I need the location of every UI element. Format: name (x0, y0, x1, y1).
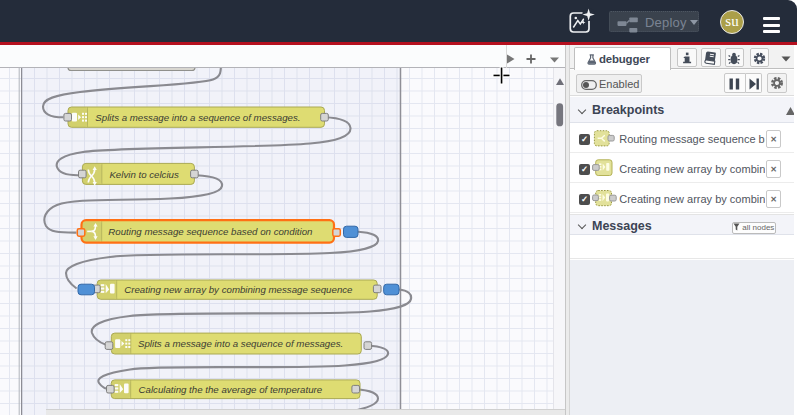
svg-text:Kelvin to celcius: Kelvin to celcius (109, 169, 179, 180)
svg-text:Calculating the the average of: Calculating the the average of temperatu… (139, 384, 323, 395)
svg-text:Routing message sequence based: Routing message sequence based on condit… (108, 226, 312, 237)
svg-text:Splits a message into a sequen: Splits a message into a sequence of mess… (138, 338, 343, 349)
svg-text:Splits a message into a sequen: Splits a message into a sequence of mess… (95, 112, 300, 123)
svg-text:Creating new array by combinin: Creating new array by combining message … (124, 284, 353, 295)
